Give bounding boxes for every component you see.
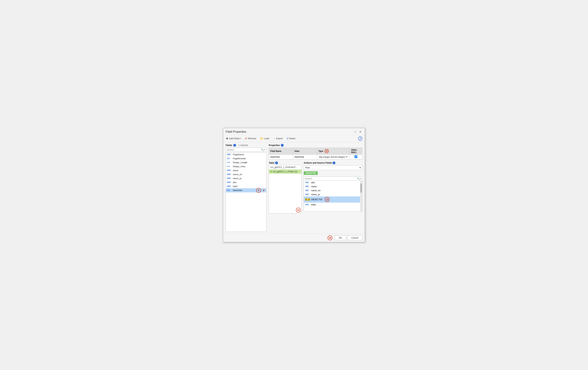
source-field-name: toilet: [311, 203, 316, 206]
source-fields-list: ABCatmABCnameABCname_enABCname_jaIDOBJEC…: [304, 180, 362, 212]
field-name-label: PageName: [233, 153, 265, 156]
field-list-item[interactable]: ABC name_en: [226, 172, 266, 176]
allow-null-checkbox[interactable]: [355, 155, 357, 158]
table-title: Table: [269, 161, 274, 164]
remove-label: Remove: [248, 137, 256, 140]
actions-dropdown[interactable]: First ▾: [304, 165, 362, 170]
field-list-item[interactable]: 0.01 Shape_Length: [226, 160, 266, 164]
table-list: cvs_jgd2011_s_GridIndexF...cvs_jgd2011_s…: [269, 165, 302, 213]
source-search-input[interactable]: [305, 177, 357, 180]
field-type-icon: 0.01: [227, 161, 232, 163]
title-bar: Field Properties □ ✕: [223, 128, 365, 135]
field-list-item[interactable]: 123 NewField9✗: [226, 188, 266, 192]
table-list-item[interactable]: cvs_jgd2011_s_Project (1): [269, 170, 301, 174]
field-type-icon: 123: [227, 158, 232, 160]
export-label: Export: [276, 137, 283, 140]
actions-section: Actions and Source Fields i First ▾ OBJE…: [304, 161, 362, 213]
add-fields-dropdown-icon: ▾: [240, 138, 241, 140]
table-item-name: cvs_jgd2011_s_Project (1): [273, 170, 297, 173]
alias-cell: [293, 154, 317, 159]
fields-search-icon[interactable]: 🔍: [261, 148, 264, 151]
fields-title: Fields: [226, 144, 232, 147]
fields-search-box: 🔍 ▾: [226, 148, 266, 152]
properties-header: Properties i: [269, 144, 362, 147]
add-fields-icon: ✚: [226, 137, 228, 140]
load-button[interactable]: 📁 Load: [260, 136, 269, 140]
field-list-item[interactable]: ABC name_ja: [226, 176, 266, 180]
field-name-label: atm: [233, 181, 265, 184]
type-select[interactable]: Big Integer (64-bit integer) Short Integ…: [318, 155, 348, 158]
source-field-type-icon: ABC: [305, 193, 310, 195]
fields-search-dropdown-icon[interactable]: ▾: [264, 149, 265, 151]
objectid-tag: OBJECTID: [304, 171, 318, 175]
reset-label: Reset: [289, 137, 295, 140]
actions-dropdown-arrow: ▾: [359, 166, 361, 169]
field-list-item[interactable]: 123 PageNumber: [226, 157, 266, 160]
dialog-title: Field Properties: [226, 130, 246, 133]
add-fields-button[interactable]: ✚ Add Fields ▾: [226, 136, 242, 140]
table-info-icon[interactable]: i: [275, 161, 278, 164]
actions-header: Actions and Source Fields i: [304, 161, 362, 164]
field-name-input[interactable]: [270, 156, 292, 158]
field-name-label: name: [233, 169, 265, 172]
maximize-button[interactable]: □: [354, 130, 357, 134]
dialog-footer: 13 OK Cancel: [223, 234, 365, 242]
field-type-icon: ABC: [227, 169, 232, 171]
fields-info-icon[interactable]: i: [233, 144, 236, 147]
add-fields-label: Add Fields: [229, 137, 240, 140]
field-list-item[interactable]: 0.01 Shape_Area: [226, 164, 266, 169]
source-field-item[interactable]: ABCname: [304, 184, 362, 189]
field-list-item[interactable]: ABC atm: [226, 180, 266, 184]
col-field-name: Field Name: [269, 148, 293, 154]
field-list-item[interactable]: ABC name: [226, 169, 266, 172]
alias-input[interactable]: [294, 156, 316, 158]
field-type-icon: ABC: [227, 181, 232, 183]
field-type-icon: ABC: [227, 185, 232, 187]
source-field-type-icon: ABC: [305, 190, 310, 191]
actions-dropdown-value: First: [305, 166, 310, 169]
load-icon: 📁: [260, 137, 263, 140]
source-field-item[interactable]: ABCname_ja: [304, 192, 362, 196]
actions-title: Actions and Source Fields: [304, 161, 332, 164]
table-section-header: Table i: [269, 161, 302, 164]
table-list-item[interactable]: cvs_jgd2011_s_GridIndexF...: [269, 165, 301, 170]
source-field-name: name_ja: [311, 193, 320, 196]
source-field-item[interactable]: IDOBJECTID12: [304, 196, 362, 203]
source-search-icon[interactable]: 🔍: [357, 177, 360, 180]
toolbar: ✚ Add Fields ▾ ✗ Remove 📁 Load → Export …: [223, 135, 365, 142]
col-alias: Alias: [293, 148, 317, 154]
field-remove-button[interactable]: ✗: [262, 189, 265, 192]
fields-search-input[interactable]: [227, 148, 261, 151]
fields-list: ABC PageName123 PageNumber0.01 Shape_Len…: [226, 152, 266, 232]
remove-icon: ✗: [245, 137, 247, 140]
source-field-name: OBJECTID: [311, 198, 322, 201]
ok-button[interactable]: OK: [335, 235, 346, 240]
source-field-item[interactable]: ABCname_en: [304, 189, 362, 192]
close-button[interactable]: ✕: [358, 130, 362, 134]
export-button[interactable]: → Export: [273, 136, 283, 140]
field-list-item[interactable]: ABC PageName: [226, 152, 266, 157]
remove-button[interactable]: ✗ Remove: [244, 136, 256, 140]
source-field-item[interactable]: ABCatm: [304, 180, 362, 184]
help-button[interactable]: ?: [358, 136, 362, 140]
cancel-button[interactable]: Cancel: [347, 235, 362, 240]
reset-button[interactable]: ↺ Reset: [286, 136, 295, 140]
field-name-label: name_ja: [233, 177, 265, 180]
lower-section: Table i cvs_jgd2011_s_GridIndexF...cvs_j…: [269, 161, 362, 213]
fields-panel: Fields i 1 selected 🔍 ▾ ABC PageName123 …: [226, 144, 266, 232]
fields-section-header: Fields i 1 selected: [226, 144, 266, 147]
step-10-badge: 10: [325, 149, 329, 153]
type-cell: Big Integer (64-bit integer) Short Integ…: [317, 154, 350, 159]
source-field-name: name_en: [311, 189, 320, 192]
step-13-badge: 13: [327, 235, 332, 240]
source-field-type-icon: ABC: [305, 186, 310, 187]
step-9-badge: 9: [256, 188, 261, 193]
properties-row: Big Integer (64-bit integer) Short Integ…: [269, 154, 362, 159]
fields-selected-count: 1 selected: [239, 144, 248, 147]
properties-info-icon[interactable]: i: [281, 144, 284, 147]
source-search-dropdown-icon[interactable]: ▾: [360, 177, 361, 180]
field-list-item[interactable]: ABC toilet: [226, 184, 266, 188]
actions-info-icon[interactable]: i: [333, 161, 335, 164]
step-11-badge: 11: [296, 208, 301, 212]
source-field-item[interactable]: ABCtoilet: [304, 203, 362, 207]
